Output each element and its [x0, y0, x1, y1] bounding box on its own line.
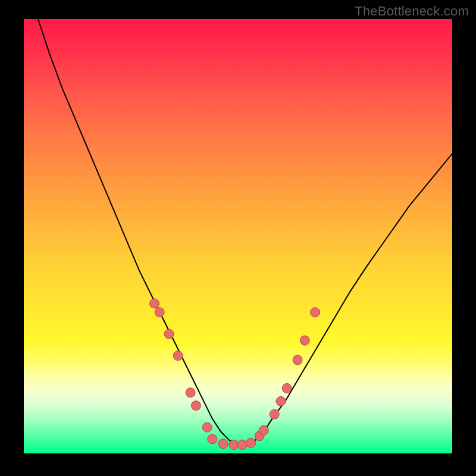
marker-dot [237, 440, 247, 449]
chart-frame: TheBottleneck.com [0, 0, 476, 476]
marker-dot [173, 351, 183, 361]
marker-dot [311, 308, 320, 317]
marker-dot [202, 422, 212, 432]
marker-dot [270, 409, 279, 419]
marker-dot [191, 401, 201, 411]
bottleneck-curve [24, 19, 452, 444]
marker-dot [282, 384, 292, 393]
marker-dot [229, 440, 239, 449]
marker-dot [164, 329, 174, 339]
marker-dot [208, 434, 217, 444]
marker-dots [150, 299, 320, 449]
plot-area [24, 19, 452, 453]
curve-layer [24, 19, 452, 453]
watermark-text: TheBottleneck.com [355, 4, 469, 19]
marker-dot [276, 396, 286, 406]
marker-dot [155, 308, 164, 317]
marker-dot [218, 439, 228, 449]
marker-dot [150, 299, 159, 308]
marker-dot [186, 388, 195, 397]
marker-dot [246, 439, 256, 448]
marker-dot [300, 336, 309, 345]
marker-dot [293, 355, 302, 365]
marker-dot [259, 425, 268, 435]
